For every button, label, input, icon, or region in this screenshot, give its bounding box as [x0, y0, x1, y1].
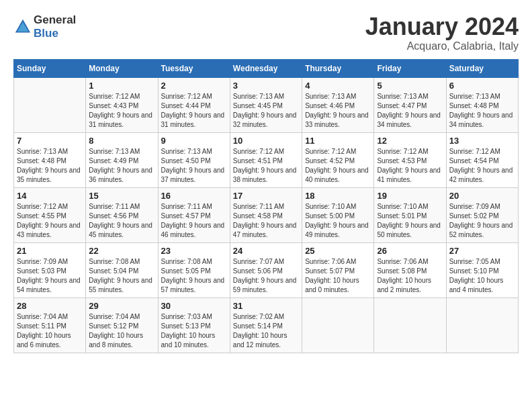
calendar-cell: 26 Sunrise: 7:06 AM Sunset: 5:08 PM Dayl…: [374, 242, 446, 298]
calendar-cell: 10 Sunrise: 7:12 AM Sunset: 4:51 PM Dayl…: [230, 132, 302, 187]
day-number: 16: [161, 191, 227, 201]
day-number: 30: [161, 301, 227, 311]
location: Acquaro, Calabria, Italy: [365, 40, 519, 52]
day-info: Sunrise: 7:09 AM Sunset: 5:02 PM Dayligh…: [449, 202, 515, 240]
calendar-cell: 24 Sunrise: 7:07 AM Sunset: 5:06 PM Dayl…: [230, 242, 302, 298]
weekday-header-tuesday: Tuesday: [158, 59, 230, 77]
month-title: January 2024: [365, 13, 519, 40]
day-info: Sunrise: 7:09 AM Sunset: 5:03 PM Dayligh…: [17, 257, 83, 295]
calendar-cell: 27 Sunrise: 7:05 AM Sunset: 5:10 PM Dayl…: [446, 242, 518, 298]
day-info: Sunrise: 7:13 AM Sunset: 4:50 PM Dayligh…: [161, 147, 227, 185]
calendar-cell: 25 Sunrise: 7:06 AM Sunset: 5:07 PM Dayl…: [302, 242, 374, 298]
day-info: Sunrise: 7:11 AM Sunset: 4:56 PM Dayligh…: [89, 202, 154, 240]
weekday-header-thursday: Thursday: [302, 59, 374, 77]
calendar-cell: 31 Sunrise: 7:02 AM Sunset: 5:14 PM Dayl…: [230, 298, 302, 353]
calendar-cell: 19 Sunrise: 7:10 AM Sunset: 5:01 PM Dayl…: [374, 187, 446, 242]
calendar-cell: 14 Sunrise: 7:12 AM Sunset: 4:55 PM Dayl…: [14, 187, 86, 242]
day-info: Sunrise: 7:13 AM Sunset: 4:47 PM Dayligh…: [377, 92, 443, 130]
calendar-cell: 18 Sunrise: 7:10 AM Sunset: 5:00 PM Dayl…: [302, 187, 374, 242]
day-info: Sunrise: 7:13 AM Sunset: 4:49 PM Dayligh…: [89, 147, 154, 185]
day-info: Sunrise: 7:12 AM Sunset: 4:53 PM Dayligh…: [377, 147, 443, 185]
day-info: Sunrise: 7:07 AM Sunset: 5:06 PM Dayligh…: [233, 257, 299, 295]
day-number: 7: [17, 136, 83, 146]
day-number: 9: [161, 136, 227, 146]
day-info: Sunrise: 7:08 AM Sunset: 5:05 PM Dayligh…: [161, 257, 227, 295]
day-info: Sunrise: 7:13 AM Sunset: 4:45 PM Dayligh…: [233, 92, 299, 130]
day-info: Sunrise: 7:03 AM Sunset: 5:13 PM Dayligh…: [161, 312, 227, 350]
day-info: Sunrise: 7:06 AM Sunset: 5:07 PM Dayligh…: [305, 257, 371, 295]
day-number: 4: [305, 81, 371, 91]
calendar-cell: 21 Sunrise: 7:09 AM Sunset: 5:03 PM Dayl…: [14, 242, 86, 298]
weekday-header-saturday: Saturday: [446, 59, 518, 77]
calendar-cell: 28 Sunrise: 7:04 AM Sunset: 5:11 PM Dayl…: [14, 298, 86, 353]
calendar-cell: 9 Sunrise: 7:13 AM Sunset: 4:50 PM Dayli…: [158, 132, 230, 187]
calendar-cell: 6 Sunrise: 7:13 AM Sunset: 4:48 PM Dayli…: [446, 77, 518, 132]
day-number: 10: [233, 136, 299, 146]
day-number: 23: [161, 246, 227, 256]
calendar-cell: 17 Sunrise: 7:11 AM Sunset: 4:58 PM Dayl…: [230, 187, 302, 242]
calendar-cell: 13 Sunrise: 7:12 AM Sunset: 4:54 PM Dayl…: [446, 132, 518, 187]
day-number: 31: [233, 301, 299, 311]
day-number: 19: [377, 191, 443, 201]
calendar-cell: 16 Sunrise: 7:11 AM Sunset: 4:57 PM Dayl…: [158, 187, 230, 242]
day-number: 22: [89, 246, 154, 256]
day-number: 27: [449, 246, 515, 256]
day-info: Sunrise: 7:12 AM Sunset: 4:52 PM Dayligh…: [305, 147, 371, 185]
day-number: 11: [305, 136, 371, 146]
calendar-cell: 15 Sunrise: 7:11 AM Sunset: 4:56 PM Dayl…: [86, 187, 158, 242]
calendar-cell: 11 Sunrise: 7:12 AM Sunset: 4:52 PM Dayl…: [302, 132, 374, 187]
calendar-cell: 4 Sunrise: 7:13 AM Sunset: 4:46 PM Dayli…: [302, 77, 374, 132]
calendar-cell: 2 Sunrise: 7:12 AM Sunset: 4:44 PM Dayli…: [158, 77, 230, 132]
calendar-cell: 30 Sunrise: 7:03 AM Sunset: 5:13 PM Dayl…: [158, 298, 230, 353]
day-number: 28: [17, 301, 83, 311]
calendar-cell: [14, 77, 86, 132]
day-info: Sunrise: 7:05 AM Sunset: 5:10 PM Dayligh…: [449, 257, 515, 295]
day-info: Sunrise: 7:04 AM Sunset: 5:12 PM Dayligh…: [89, 312, 154, 350]
day-number: 21: [17, 246, 83, 256]
day-number: 25: [305, 246, 371, 256]
day-info: Sunrise: 7:08 AM Sunset: 5:04 PM Dayligh…: [89, 257, 154, 295]
day-number: 14: [17, 191, 83, 201]
day-number: 8: [89, 136, 154, 146]
day-number: 2: [161, 81, 227, 91]
weekday-header-monday: Monday: [86, 59, 158, 77]
day-info: Sunrise: 7:10 AM Sunset: 5:01 PM Dayligh…: [377, 202, 443, 240]
day-number: 18: [305, 191, 371, 201]
calendar-cell: 20 Sunrise: 7:09 AM Sunset: 5:02 PM Dayl…: [446, 187, 518, 242]
day-info: Sunrise: 7:02 AM Sunset: 5:14 PM Dayligh…: [233, 312, 299, 350]
logo: General Blue: [13, 13, 76, 40]
day-number: 5: [377, 81, 443, 91]
day-info: Sunrise: 7:13 AM Sunset: 4:48 PM Dayligh…: [449, 92, 515, 130]
day-number: 24: [233, 246, 299, 256]
calendar-cell: 5 Sunrise: 7:13 AM Sunset: 4:47 PM Dayli…: [374, 77, 446, 132]
day-number: 12: [377, 136, 443, 146]
day-number: 29: [89, 301, 154, 311]
day-info: Sunrise: 7:06 AM Sunset: 5:08 PM Dayligh…: [377, 257, 443, 295]
day-info: Sunrise: 7:12 AM Sunset: 4:51 PM Dayligh…: [233, 147, 299, 185]
weekday-header-friday: Friday: [374, 59, 446, 77]
day-number: 20: [449, 191, 515, 201]
day-number: 3: [233, 81, 299, 91]
day-number: 13: [449, 136, 515, 146]
day-number: 26: [377, 246, 443, 256]
calendar-cell: [302, 298, 374, 353]
day-info: Sunrise: 7:12 AM Sunset: 4:43 PM Dayligh…: [89, 92, 154, 130]
day-info: Sunrise: 7:12 AM Sunset: 4:55 PM Dayligh…: [17, 202, 83, 240]
day-info: Sunrise: 7:11 AM Sunset: 4:58 PM Dayligh…: [233, 202, 299, 240]
day-info: Sunrise: 7:11 AM Sunset: 4:57 PM Dayligh…: [161, 202, 227, 240]
logo-icon: [13, 17, 32, 36]
title-block: January 2024 Acquaro, Calabria, Italy: [365, 13, 519, 52]
day-number: 15: [89, 191, 154, 201]
day-number: 6: [449, 81, 515, 91]
weekday-header-wednesday: Wednesday: [230, 59, 302, 77]
calendar-cell: 1 Sunrise: 7:12 AM Sunset: 4:43 PM Dayli…: [86, 77, 158, 132]
calendar-table: SundayMondayTuesdayWednesdayThursdayFrid…: [13, 59, 519, 353]
day-info: Sunrise: 7:13 AM Sunset: 4:46 PM Dayligh…: [305, 92, 371, 130]
day-number: 1: [89, 81, 154, 91]
logo-text: General Blue: [34, 13, 76, 40]
calendar-cell: 12 Sunrise: 7:12 AM Sunset: 4:53 PM Dayl…: [374, 132, 446, 187]
calendar-cell: [446, 298, 518, 353]
day-info: Sunrise: 7:10 AM Sunset: 5:00 PM Dayligh…: [305, 202, 371, 240]
day-info: Sunrise: 7:04 AM Sunset: 5:11 PM Dayligh…: [17, 312, 83, 350]
weekday-header-sunday: Sunday: [14, 59, 86, 77]
